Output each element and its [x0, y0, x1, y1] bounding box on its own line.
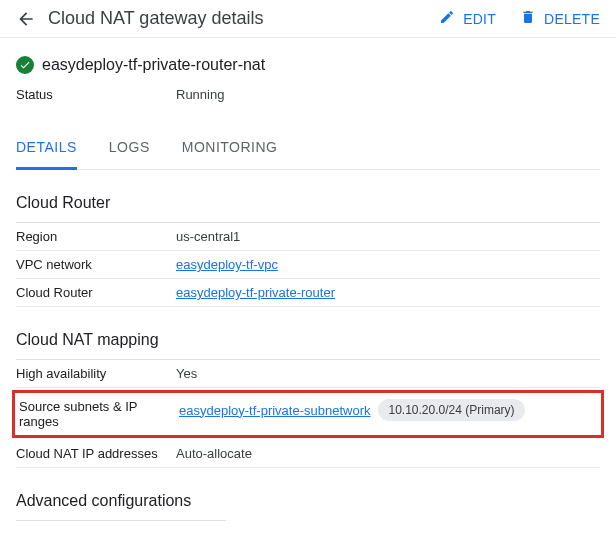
subnets-label: Source subnets & IP ranges — [19, 399, 179, 429]
back-arrow-icon[interactable] — [16, 9, 36, 29]
divider — [16, 520, 226, 521]
status-value: Running — [176, 87, 224, 102]
delete-label: DELETE — [544, 11, 600, 27]
region-value: us-central1 — [176, 229, 240, 244]
delete-button[interactable]: DELETE — [520, 9, 600, 28]
section-advanced-title: Advanced configurations — [16, 492, 600, 510]
highlighted-row: Source subnets & IP ranges easydeploy-tf… — [12, 390, 604, 438]
section-cloud-router-title: Cloud Router — [16, 194, 600, 212]
tab-monitoring[interactable]: MONITORING — [182, 127, 278, 170]
status-label: Status — [16, 87, 176, 102]
pencil-icon — [439, 9, 455, 28]
nat-ips-value: Auto-allocate — [176, 446, 252, 461]
edit-button[interactable]: EDIT — [439, 9, 496, 28]
status-running-icon — [16, 56, 34, 74]
subnetwork-link[interactable]: easydeploy-tf-private-subnetwork — [179, 403, 370, 418]
region-label: Region — [16, 229, 176, 244]
trash-icon — [520, 9, 536, 28]
tabs: DETAILS LOGS MONITORING — [16, 127, 600, 170]
nat-ips-label: Cloud NAT IP addresses — [16, 446, 176, 461]
ha-value: Yes — [176, 366, 197, 381]
cloud-router-link[interactable]: easydeploy-tf-private-router — [176, 285, 335, 300]
resource-name: easydeploy-tf-private-router-nat — [42, 56, 265, 74]
vpc-label: VPC network — [16, 257, 176, 272]
tab-details[interactable]: DETAILS — [16, 127, 77, 170]
subnet-range-chip: 10.10.20.0/24 (Primary) — [378, 399, 524, 421]
cloud-router-label: Cloud Router — [16, 285, 176, 300]
ha-label: High availability — [16, 366, 176, 381]
edit-label: EDIT — [463, 11, 496, 27]
tab-logs[interactable]: LOGS — [109, 127, 150, 170]
section-nat-mapping-title: Cloud NAT mapping — [16, 331, 600, 349]
vpc-link[interactable]: easydeploy-tf-vpc — [176, 257, 278, 272]
page-title: Cloud NAT gateway details — [48, 8, 427, 29]
